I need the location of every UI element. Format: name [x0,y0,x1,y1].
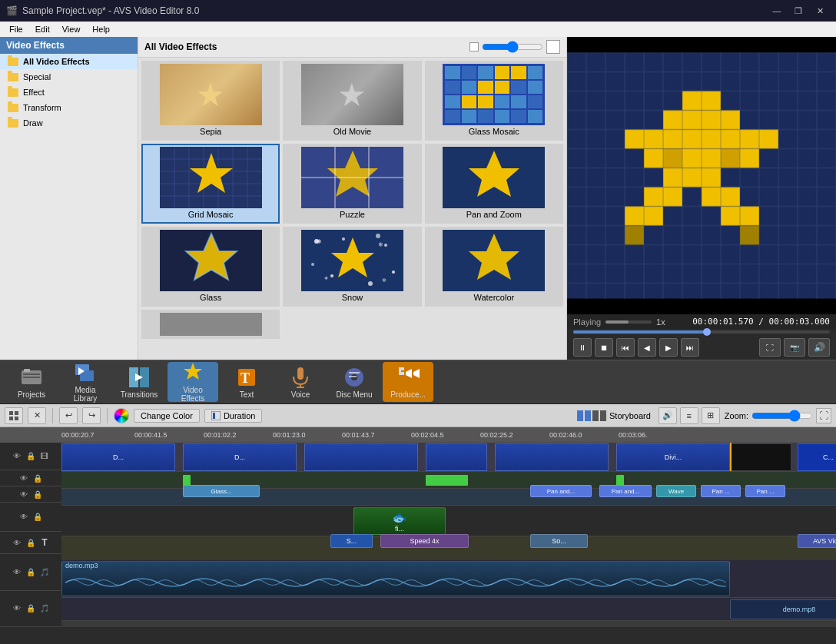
text-button[interactable]: T Text [221,362,272,402]
text-clip-so[interactable]: So... [530,534,588,548]
effect-oldmovie[interactable]: ★ Old Movie [283,61,421,141]
track-eye2[interactable]: 👁 [18,473,29,483]
video-clip-1[interactable]: D... [61,443,175,471]
effect-clip-pan1[interactable]: Pan and... [530,485,592,497]
color-circle[interactable] [114,408,129,423]
effect-clip-pan2[interactable]: Pan and... [599,485,652,497]
transitions-button[interactable]: Transitions [114,362,164,402]
zoom-area: Zoom: ⛶ [725,408,831,423]
video-clip-2[interactable]: D... [183,443,297,471]
track-ctrl-audio2: 👁 🔒 🎵 [0,591,61,628]
menu-help[interactable]: Help [86,23,116,35]
change-color-button[interactable]: Change Color [134,409,200,423]
tl-delete-button[interactable]: ✕ [28,407,46,424]
nav-effect[interactable]: Effect [0,85,138,100]
video-clip-6[interactable]: Divi... [616,443,730,471]
effect-snow[interactable]: ❄ ❄ ❄ ❄ Snow [283,227,421,307]
track-eye-icon[interactable]: 👁 [12,451,22,462]
sound-button[interactable]: 🔊 [659,407,677,424]
track-lock-icon[interactable]: 🔒 [25,451,36,462]
disc-menu-button[interactable]: Disc Menu [329,362,380,402]
effect-gridmosaic-label: Grid Mosaic [188,208,234,221]
track-lock2[interactable]: 🔒 [32,473,43,483]
effect-clip-pan3[interactable]: Pan ... [701,485,741,497]
effect-clip-pan4[interactable]: Pan ... [745,485,785,497]
fullscreen-button[interactable]: ⛶ [759,338,781,357]
menu-edit[interactable]: Edit [29,23,56,35]
track-lock6[interactable]: 🔒 [25,566,36,577]
nav-draw[interactable]: Draw [0,115,138,131]
track-lock5[interactable]: 🔒 [25,537,36,548]
voice-button[interactable]: Voice [275,362,326,402]
track-eye5[interactable]: 👁 [12,537,22,548]
audio-clip-demo-mp8[interactable]: demo.mp8 [730,599,836,619]
stop-button[interactable]: ⏹ [595,338,613,357]
seek-bar[interactable] [573,330,830,334]
ruler-mark-1: 00:00:20.7 [61,431,95,439]
effects-grid-area[interactable]: ★ Sepia ★ Old Movie [138,58,566,360]
media-library-button[interactable]: Media Library [60,362,111,402]
next-button[interactable]: ▶ [659,338,678,357]
tl-extra2[interactable]: ⊞ [702,407,720,424]
prev-frame-button[interactable]: ⏮ [616,338,635,357]
track-eye3[interactable]: 👁 [18,489,29,500]
effect-extra1[interactable] [141,310,280,339]
text-clip-avs[interactable]: AVS Vid... [798,534,836,548]
produce-button[interactable]: Produce... [383,362,433,402]
folder-icon [8,104,18,112]
effect-watercolor[interactable]: Watercolor [425,227,563,307]
video-effects-button[interactable]: Video Effects [168,362,218,402]
effect-puzzle[interactable]: Puzzle [283,144,421,224]
effect-clip-wave[interactable]: Wave [656,485,696,497]
effect-panzoom[interactable]: Pan and Zoom [425,144,563,224]
tl-grid-button[interactable] [5,407,23,424]
effect-glassmosaic[interactable]: Glass Mosaic [425,61,563,141]
effect-gridmosaic[interactable]: Grid Mosaic [141,144,280,224]
play-pause-button[interactable]: ⏸ [573,338,592,357]
effect-sepia[interactable]: ★ Sepia [141,61,280,141]
effect-clip-glass[interactable]: Glass... [183,485,260,497]
volume-button[interactable]: 🔊 [808,338,830,357]
menu-file[interactable]: File [3,23,29,35]
zoom-slider[interactable] [751,410,813,422]
storyboard-label[interactable]: Storyboard [609,411,651,420]
text-clip-s[interactable]: S... [330,534,373,548]
prev-button[interactable]: ◀ [638,338,656,357]
video-clip-4[interactable] [426,443,487,471]
nav-transform[interactable]: Transform [0,100,138,115]
size-small-button[interactable] [469,42,479,51]
duration-button[interactable]: Duration [204,409,263,423]
track-lock4[interactable]: 🔒 [32,512,43,523]
expand-button[interactable]: ⛶ [816,408,831,423]
audio-clip-demo-mp3[interactable]: demo.mp3 [61,561,730,596]
video-clip-3[interactable] [304,443,418,471]
video-clip-5[interactable] [495,443,609,471]
tl-extra1[interactable]: ≡ [680,407,698,424]
projects-button[interactable]: Projects [6,362,57,402]
tl-undo-button[interactable]: ↩ [59,407,78,424]
text-clip-speed[interactable]: Speed 4x [380,534,469,548]
size-large-button[interactable] [546,40,560,54]
effect-glass[interactable]: Glass [141,227,280,307]
nav-all-effects[interactable]: All Video Effects [0,54,138,69]
maximize-button[interactable]: ❐ [788,4,808,18]
size-slider[interactable] [482,41,543,53]
track-ctrl-text: 👁 🔒 T [0,532,61,554]
track-eye6[interactable]: 👁 [12,566,22,577]
media-clip-fish[interactable]: 🐟 fi... [353,507,446,535]
minimize-button[interactable]: — [767,4,787,18]
close-button[interactable]: ✕ [810,4,830,18]
snapshot-button[interactable]: 📷 [784,338,805,357]
next-frame-button[interactable]: ⏭ [681,338,699,357]
tl-redo-button[interactable]: ↪ [82,407,101,424]
track-lock3[interactable]: 🔒 [32,489,43,500]
voice-icon [288,365,313,389]
track-eye4[interactable]: 👁 [18,512,29,523]
nav-special[interactable]: Special [0,69,138,85]
track-eye7[interactable]: 👁 [12,603,22,614]
video-clip-black[interactable] [730,443,791,471]
tracks-area[interactable]: D... D... Divi... [61,443,836,627]
track-lock7[interactable]: 🔒 [25,603,36,614]
video-clip-7[interactable]: C... [798,443,836,471]
menu-view[interactable]: View [56,23,87,35]
